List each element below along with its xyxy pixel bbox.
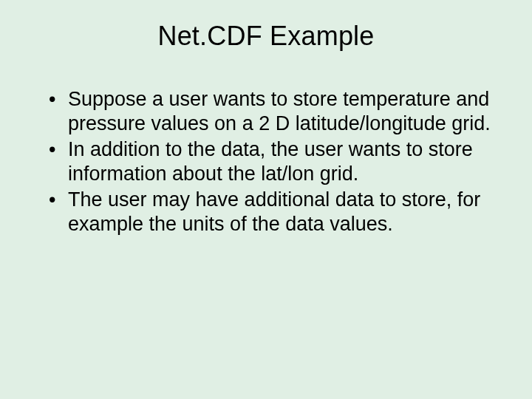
- slide: Net.CDF Example Suppose a user wants to …: [0, 0, 532, 399]
- bullet-list: Suppose a user wants to store temperatur…: [35, 87, 497, 236]
- slide-title: Net.CDF Example: [35, 21, 497, 52]
- list-item: In addition to the data, the user wants …: [49, 137, 497, 186]
- list-item: Suppose a user wants to store temperatur…: [49, 87, 497, 136]
- list-item: The user may have additional data to sto…: [49, 188, 497, 236]
